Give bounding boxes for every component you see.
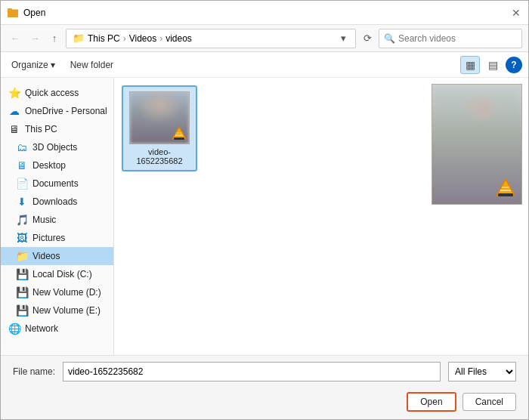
svg-rect-1 — [174, 137, 184, 140]
videos-icon: 📁 — [16, 250, 28, 262]
pictures-label: Pictures — [32, 233, 65, 243]
title-bar-left: Open — [7, 7, 45, 19]
3d-objects-label: 3D Objects — [32, 142, 77, 153]
downloads-label: Downloads — [32, 196, 77, 207]
toolbar: Organize ▾ New folder ▦ ▤ ? — [1, 52, 528, 78]
view-icon: ▦ — [466, 59, 475, 71]
main-content: ⭐ Quick access ☁ OneDrive - Personal 🖥 T… — [1, 78, 528, 355]
title-bar: Open ✕ — [1, 1, 528, 25]
address-bar: ← → ↑ 📁 This PC › Videos › videos ▾ ⟳ 🔍 — [1, 25, 528, 52]
path-sep2: › — [159, 33, 162, 44]
new-folder-button[interactable]: New folder — [66, 57, 118, 73]
search-icon: 🔍 — [384, 33, 395, 44]
preview-panel — [430, 78, 528, 355]
new-volume-e-icon: 💾 — [16, 304, 28, 317]
documents-icon: 📄 — [16, 178, 28, 190]
vlc-cone-icon — [171, 125, 187, 142]
organize-label: Organize — [11, 60, 48, 70]
search-input[interactable] — [398, 33, 517, 44]
sidebar: ⭐ Quick access ☁ OneDrive - Personal 🖥 T… — [1, 78, 114, 355]
quick-access-icon: ⭐ — [8, 87, 20, 99]
action-buttons-row: Open Cancel — [1, 388, 528, 419]
file-name-label: video-1652235682 — [128, 147, 191, 165]
sidebar-item-3d-objects[interactable]: 🗂 3D Objects — [1, 138, 113, 156]
preview-thumbnail — [432, 84, 522, 205]
path-folder-icon: 📁 — [73, 32, 85, 44]
up-button[interactable]: ↑ — [46, 30, 63, 47]
onedrive-icon: ☁ — [8, 105, 20, 117]
desktop-icon: 🖥 — [16, 159, 28, 171]
filetype-select[interactable]: All Files Video Files Audio Files — [448, 362, 516, 381]
music-label: Music — [32, 215, 56, 225]
sidebar-item-network[interactable]: 🌐 Network — [1, 320, 113, 338]
filename-label: File name: — [13, 366, 55, 377]
refresh-button[interactable]: ⟳ — [359, 30, 376, 47]
view-toggle-button[interactable]: ▦ — [460, 56, 480, 74]
title-text: Open — [23, 8, 45, 18]
svg-rect-5 — [498, 193, 513, 196]
pane-toggle-button[interactable]: ▤ — [483, 56, 503, 74]
sidebar-item-music[interactable]: 🎵 Music — [1, 211, 113, 229]
quick-access-label: Quick access — [25, 88, 79, 98]
sidebar-item-downloads[interactable]: ⬇ Downloads — [1, 193, 113, 211]
open-dialog: Open ✕ ← → ↑ 📁 This PC › Videos › videos… — [0, 0, 529, 420]
sidebar-item-documents[interactable]: 📄 Documents — [1, 174, 113, 193]
path-videos: Videos — [129, 33, 156, 44]
local-disk-c-label: Local Disk (C:) — [32, 269, 92, 279]
organize-button[interactable]: Organize ▾ — [7, 57, 60, 73]
videos-label: Videos — [32, 251, 60, 261]
filename-input[interactable] — [63, 362, 441, 381]
network-icon: 🌐 — [8, 323, 20, 335]
sidebar-item-pictures[interactable]: 🖼 Pictures — [1, 229, 113, 247]
sidebar-item-onedrive[interactable]: ☁ OneDrive - Personal — [1, 102, 113, 120]
new-volume-e-label: New Volume (E:) — [32, 305, 101, 316]
file-area: video-1652235682 — [114, 78, 430, 355]
sidebar-item-this-pc[interactable]: 🖥 This PC — [1, 120, 113, 138]
content-area: video-1652235682 — [114, 78, 528, 355]
open-button[interactable]: Open — [407, 392, 456, 412]
close-button[interactable]: ✕ — [510, 7, 522, 19]
file-thumbnail — [129, 91, 190, 144]
sidebar-item-quick-access[interactable]: ⭐ Quick access — [1, 84, 113, 102]
path-sep1: › — [123, 33, 126, 44]
new-volume-d-icon: 💾 — [16, 286, 28, 298]
onedrive-label: OneDrive - Personal — [25, 106, 107, 116]
pane-icon: ▤ — [488, 59, 498, 71]
organize-chevron: ▾ — [51, 60, 55, 70]
documents-label: Documents — [32, 178, 79, 189]
new-volume-d-label: New Volume (D:) — [32, 287, 101, 298]
network-label: Network — [25, 323, 58, 334]
this-pc-icon: 🖥 — [8, 123, 20, 135]
sidebar-item-desktop[interactable]: 🖥 Desktop — [1, 156, 113, 174]
back-button[interactable]: ← — [7, 30, 23, 47]
local-disk-c-icon: 💾 — [16, 268, 28, 280]
preview-vlc-cone-icon — [494, 177, 517, 199]
this-pc-label: This PC — [25, 124, 57, 134]
3d-objects-icon: 🗂 — [16, 141, 28, 153]
address-path[interactable]: 📁 This PC › Videos › videos ▾ — [66, 29, 356, 48]
path-this-pc: This PC — [88, 33, 120, 44]
downloads-icon: ⬇ — [16, 196, 28, 208]
folder-icon — [7, 7, 19, 19]
toolbar-right: ▦ ▤ ? — [460, 56, 522, 74]
new-folder-label: New folder — [70, 60, 113, 70]
path-dropdown-button[interactable]: ▾ — [338, 32, 349, 44]
sidebar-item-new-volume-d[interactable]: 💾 New Volume (D:) — [1, 283, 113, 301]
forward-button[interactable]: → — [26, 30, 43, 47]
file-item-video[interactable]: video-1652235682 — [122, 85, 197, 171]
cancel-button[interactable]: Cancel — [462, 393, 516, 411]
search-box: 🔍 — [379, 29, 522, 48]
desktop-label: Desktop — [32, 160, 66, 171]
sidebar-item-videos[interactable]: 📁 Videos — [1, 247, 113, 265]
music-icon: 🎵 — [16, 214, 28, 226]
pictures-icon: 🖼 — [16, 232, 28, 244]
bottom-bar: File name: All Files Video Files Audio F… — [1, 355, 528, 388]
sidebar-item-local-disk-c[interactable]: 💾 Local Disk (C:) — [1, 265, 113, 283]
path-videos-sub: videos — [166, 33, 192, 44]
sidebar-item-new-volume-e[interactable]: 💾 New Volume (E:) — [1, 301, 113, 320]
help-button[interactable]: ? — [506, 57, 522, 73]
